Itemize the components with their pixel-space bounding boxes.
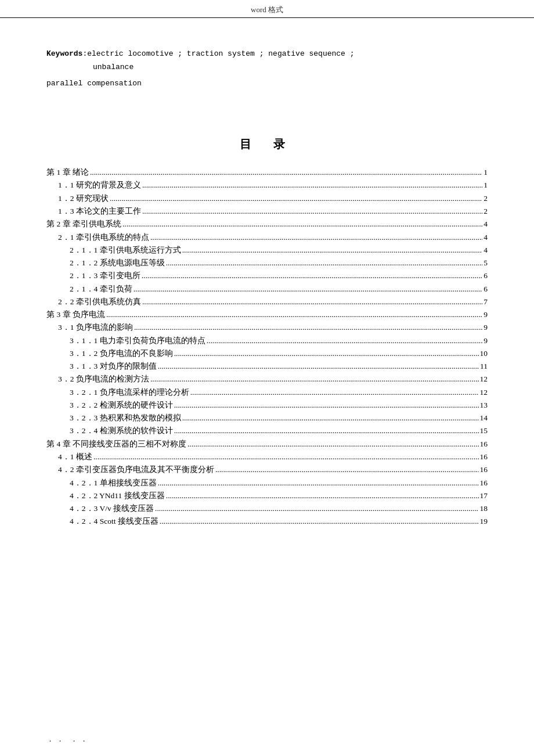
toc-entry-label: 4．2．1 单相接线变压器 [70,477,157,489]
header-bar: word 格式 [0,0,534,18]
keywords-line2: unbalance [93,60,488,74]
toc-entry-dots: ........................................… [158,477,479,489]
toc-entry-dots: ........................................… [142,296,482,308]
toc-entry-dots: ........................................… [166,489,479,502]
toc-entry-dots: ........................................… [150,373,479,386]
toc-row: 1．2 研究现状................................… [46,192,488,205]
toc-entry-page: 16 [480,451,488,463]
toc-entry-page: 16 [480,438,488,451]
toc-entry-dots: ........................................… [142,205,482,218]
toc-entries: 第 1 章 绪论................................… [46,166,488,528]
toc-entry-label: 4．2 牵引变压器负序电流及其不平衡度分析 [58,463,214,476]
toc-entry-page: 9 [484,321,488,334]
toc-row: 2．1．4 牵引负荷..............................… [46,283,488,296]
toc-row: 2．1．1 牵引供电系统运行方式........................… [46,244,488,257]
toc-entry-dots: ........................................… [166,257,483,269]
toc-row: 2．1．2 系统电源电压等级..........................… [46,257,488,269]
toc-entry-page: 2 [484,205,488,218]
toc-row: 4．1 概述..................................… [46,451,488,463]
toc-entry-dots: ........................................… [190,386,479,399]
keywords-colon: : [82,47,87,60]
toc-entry-dots: ........................................… [122,218,482,231]
toc-row: 1．3 本论文的主要工作............................… [46,205,488,218]
toc-entry-page: 16 [480,477,488,489]
toc-entry-page: 15 [480,424,488,437]
keywords-section: Keywords: electric locomotive ; traction… [46,47,488,90]
toc-row: 第 1 章 绪论................................… [46,166,488,179]
toc-entry-label: 第 4 章 不同接线变压器的三相不对称度 [46,438,186,451]
keywords-line1-text: electric locomotive ; traction system ; … [87,47,354,60]
toc-row: 3．2．3 热积累和热发散的模拟........................… [46,412,488,424]
toc-row: 2．1．3 牵引变电所.............................… [46,269,488,282]
toc-entry-label: 3．2．1 负序电流采样的理论分析 [70,386,189,399]
toc-entry-label: 1．1 研究的背景及意义 [58,179,141,192]
keywords-line3-text: parallel compensation [46,79,142,88]
toc-row: 4．2．1 单相接线变压器...........................… [46,477,488,489]
toc-entry-dots: ........................................… [142,179,482,192]
toc-entry-page: 4 [484,231,488,244]
toc-entry-dots: ........................................… [90,166,482,179]
toc-entry-page: 19 [480,515,488,528]
toc-entry-page: 1 [484,166,488,179]
toc-row: 4．2 牵引变压器负序电流及其不平衡度分析...................… [46,463,488,476]
toc-entry-page: 7 [484,296,488,308]
toc-entry-label: 1．3 本论文的主要工作 [58,205,141,218]
header-label: word 格式 [251,5,283,14]
toc-entry-dots: ........................................… [207,334,483,347]
toc-entry-page: 14 [480,412,488,424]
toc-row: 3．1．2 负序电流的不良影响.........................… [46,347,488,360]
footer-text: ．． ．． [46,735,90,743]
toc-entry-page: 9 [484,334,488,347]
toc-entry-page: 12 [480,373,488,386]
toc-entry-dots: ........................................… [142,269,483,282]
toc-entry-page: 13 [480,399,488,412]
toc-entry-label: 3．1．1 电力牵引负荷负序电流的特点 [70,334,205,347]
content-area: Keywords: electric locomotive ; traction… [0,18,534,552]
toc-entry-label: 3．2 负序电流的检测方法 [58,373,149,386]
toc-entry-page: 16 [480,463,488,476]
keywords-line2-text: unbalance [93,63,134,71]
toc-entry-label: 第 3 章 负序电流 [46,308,105,321]
toc-entry-page: 9 [484,308,488,321]
toc-entry-page: 10 [480,347,488,360]
toc-entry-dots: ........................................… [158,360,479,373]
toc-entry-label: 3．2．3 热积累和热发散的模拟 [70,412,181,424]
toc-entry-page: 12 [480,386,488,399]
toc-entry-label: 3．2．4 检测系统的软件设计 [70,424,173,437]
toc-row: 第 2 章 牵引供电系统............................… [46,218,488,231]
toc-row: 3．1 负序电流的影响.............................… [46,321,488,334]
toc-row: 4．2．4 Scott 接线变压器.......................… [46,515,488,528]
toc-entry-dots: ........................................… [110,192,482,205]
footer-area: ．． ．． [46,734,90,744]
toc-entry-dots: ........................................… [174,424,479,437]
toc-entry-page: 5 [484,257,488,269]
toc-entry-page: 4 [484,244,488,257]
toc-entry-page: 11 [480,360,488,373]
toc-entry-label: 第 2 章 牵引供电系统 [46,218,121,231]
toc-row: 2．2 牵引供电系统仿真............................… [46,296,488,308]
toc-entry-dots: ........................................… [134,283,483,296]
toc-entry-page: 2 [484,192,488,205]
toc-row: 3．1．3 对负序的限制值...........................… [46,360,488,373]
toc-entry-label: 2．2 牵引供电系统仿真 [58,296,141,308]
toc-entry-label: 3．2．2 检测系统的硬件设计 [70,399,173,412]
toc-row: 4．2．3 V/v 接线变压器.........................… [46,502,488,515]
toc-row: 3．2．4 检测系统的软件设计.........................… [46,424,488,437]
toc-entry-dots: ........................................… [134,321,482,334]
toc-entry-label: 2．1．2 系统电源电压等级 [70,257,165,269]
toc-entry-dots: ........................................… [182,412,479,424]
toc-entry-label: 3．1．3 对负序的限制值 [70,360,157,373]
toc-entry-label: 3．1 负序电流的影响 [58,321,133,334]
toc-entry-dots: ........................................… [187,438,479,451]
toc-entry-dots: ........................................… [174,347,479,360]
keywords-line1: Keywords: electric locomotive ; traction… [46,47,488,60]
toc-entry-label: 2．1．3 牵引变电所 [70,269,140,282]
toc-entry-dots: ........................................… [93,451,479,463]
toc-title: 目 录 [46,136,488,152]
toc-row: 4．2．2 YNd11 接线变压器.......................… [46,489,488,502]
toc-entry-label: 4．2．4 Scott 接线变压器 [70,515,158,528]
toc-entry-label: 2．1．4 牵引负荷 [70,283,132,296]
toc-entry-page: 1 [484,179,488,192]
toc-entry-label: 第 1 章 绪论 [46,166,89,179]
toc-row: 3．2．1 负序电流采样的理论分析.......................… [46,386,488,399]
